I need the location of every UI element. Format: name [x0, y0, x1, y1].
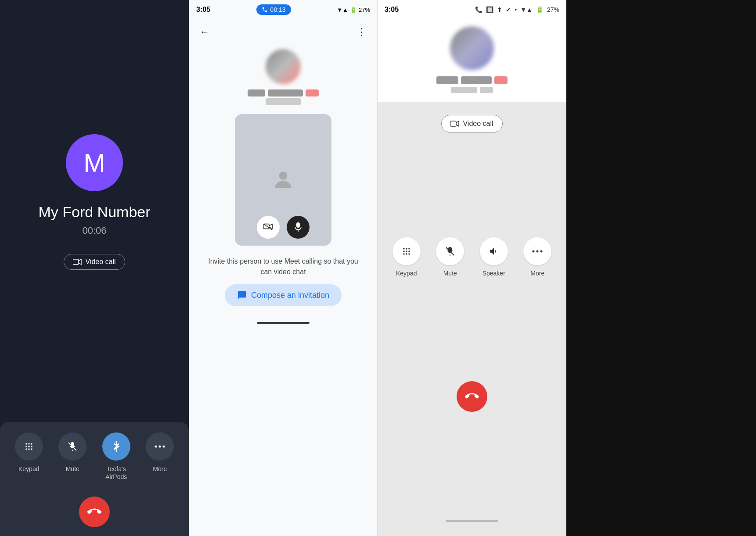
keypad-icon-s3: [392, 237, 421, 265]
video-off-icon: [263, 223, 273, 231]
mute-button-s3[interactable]: Mute: [432, 237, 468, 277]
svg-point-1: [25, 443, 27, 445]
phone-end-icon: [87, 505, 101, 519]
mute-button[interactable]: Mute: [58, 432, 86, 473]
video-preview: [235, 114, 331, 246]
video-controls: [257, 216, 310, 239]
action-buttons-row: Keypad Mute: [7, 432, 182, 481]
name-blur-s3-1: [436, 76, 458, 84]
more-dots-icon: [532, 250, 543, 253]
detail-blur-s3-2: [480, 87, 493, 93]
svg-rect-20: [450, 121, 456, 126]
battery-s3: 27%: [547, 6, 559, 13]
name-blur-1: [248, 89, 265, 96]
dot-icon: •: [515, 6, 517, 13]
contact-detail-row: [266, 98, 301, 105]
svg-point-33: [536, 250, 539, 252]
speaker-button-s3[interactable]: Speaker: [476, 237, 511, 277]
call-controls-panel: Keypad Mute: [0, 422, 189, 536]
home-indicator-s3: [446, 520, 498, 522]
status-icons-s2: ▼▲ 🔋 27%: [337, 7, 370, 13]
more-label: More: [153, 465, 167, 473]
invite-text: Invite this person to use Meet calling s…: [189, 253, 377, 284]
contact-avatar: [266, 49, 301, 84]
video-toggle-button[interactable]: [257, 216, 280, 239]
more-icon-s3: [523, 237, 551, 265]
svg-point-12: [155, 445, 157, 447]
meet-call-screen: 3:05 📞 🔲 ⬆ ✔ • ▼▲ 🔋 27%: [378, 0, 566, 536]
svg-point-4: [25, 446, 27, 447]
video-icon: [73, 259, 82, 265]
speaker-label-s3: Speaker: [482, 270, 505, 277]
call-duration-pill: 00:13: [256, 4, 291, 15]
meet-invite-screen: 3:05 00:13 ▼▲ 🔋 27% ← ⋮: [189, 0, 378, 536]
avatar-s3: [450, 26, 494, 70]
mute-icon-s3: [436, 237, 464, 265]
keypad-button-s3[interactable]: Keypad: [389, 237, 424, 277]
clipboard-icon: 🔲: [486, 6, 493, 13]
mute-label-s3: Mute: [443, 270, 457, 277]
avatar: M: [66, 134, 123, 191]
mute-label: Mute: [66, 465, 79, 473]
chat-icon: [237, 290, 247, 300]
airpods-label: Teefa'sAirPods: [105, 465, 127, 481]
svg-point-5: [28, 446, 30, 447]
detail-blur-1: [266, 98, 301, 105]
call-duration: 00:13: [270, 6, 286, 13]
svg-point-13: [159, 445, 161, 447]
mute-mic-icon: [445, 246, 455, 257]
status-bar-s3: 3:05 📞 🔲 ⬆ ✔ • ▼▲ 🔋 27%: [378, 0, 566, 19]
call-screen-top: M My Ford Number 00:06 Video call: [38, 0, 150, 422]
mic-button-video[interactable]: [287, 216, 310, 239]
contact-card: [189, 45, 377, 107]
airpods-button[interactable]: Teefa'sAirPods: [102, 432, 130, 481]
svg-point-3: [31, 443, 32, 445]
svg-point-9: [31, 448, 32, 450]
svg-point-25: [406, 250, 407, 252]
name-blur-3: [306, 89, 319, 96]
more-button-s1[interactable]: More: [146, 432, 174, 473]
svg-point-22: [406, 248, 407, 250]
svg-point-27: [403, 253, 405, 255]
keypad-dots-icon: [401, 246, 412, 257]
svg-line-17: [264, 225, 272, 230]
action-buttons-s3: Keypad Mute: [385, 237, 559, 277]
speaker-vol-icon: [489, 246, 499, 257]
filler-area: [566, 0, 756, 536]
svg-rect-18: [296, 222, 300, 228]
video-call-button[interactable]: Video call: [64, 254, 125, 270]
mic-icon: [294, 222, 302, 232]
svg-point-26: [408, 250, 410, 252]
call-timer: 00:06: [82, 225, 106, 236]
svg-point-6: [31, 446, 32, 447]
svg-point-32: [533, 250, 535, 252]
status-icons-s3: 📞 🔲 ⬆ ✔ • ▼▲ 🔋 27%: [475, 6, 559, 13]
status-bar-s2: 3:05 00:13 ▼▲ 🔋 27%: [189, 0, 377, 19]
more-menu-button[interactable]: ⋮: [353, 23, 370, 41]
battery-level-s2: 27%: [359, 7, 370, 13]
end-call-button[interactable]: [79, 497, 110, 527]
phone-icon-pill: [262, 7, 268, 13]
more-button-s3[interactable]: More: [520, 237, 555, 277]
detail-blur-s3-1: [451, 87, 477, 93]
status-time-s2: 3:05: [196, 6, 210, 14]
bluetooth-icon-circle: [102, 432, 130, 461]
keypad-button[interactable]: Keypad: [15, 432, 43, 473]
back-button[interactable]: ←: [196, 23, 213, 41]
contact-area-s3: [378, 19, 566, 102]
end-call-button-s3[interactable]: [457, 381, 487, 412]
name-blur-s3-3: [494, 76, 508, 84]
svg-point-15: [279, 172, 288, 180]
more-label-s3: More: [530, 270, 544, 277]
svg-point-14: [163, 445, 165, 447]
compose-invitation-button[interactable]: Compose an invitation: [225, 284, 342, 306]
name-row-s3: [436, 76, 508, 84]
detail-row-s3: [451, 87, 493, 93]
svg-point-21: [403, 248, 405, 250]
speaker-icon-s3: [480, 237, 508, 265]
bluetooth-icon: [112, 441, 121, 452]
video-call-button-s3[interactable]: Video call: [441, 115, 502, 132]
video-call-label: Video call: [85, 258, 115, 266]
phone-status-icon: 📞: [475, 6, 482, 13]
phone-end-icon-s3: [465, 389, 479, 404]
